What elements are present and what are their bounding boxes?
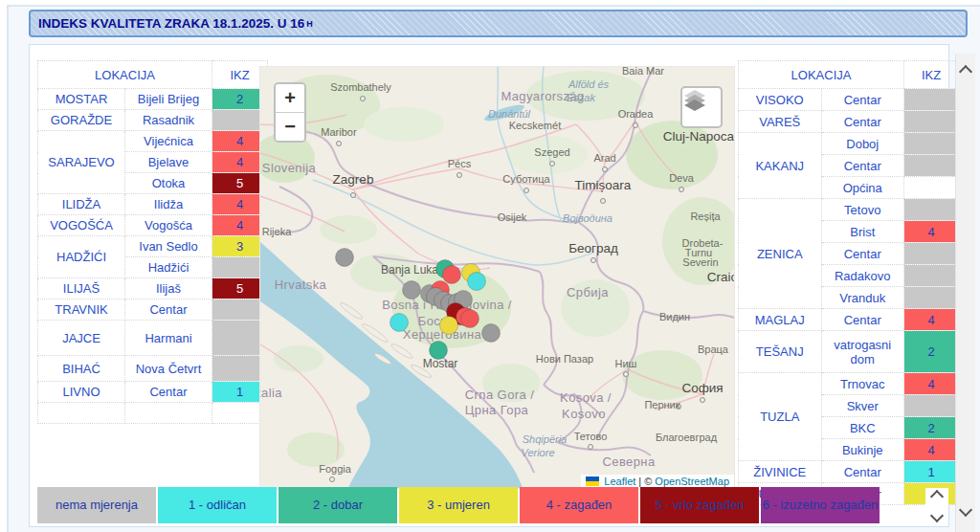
station-cell: Brist [821,221,904,243]
table-row: VOGOŠĆAVogošća4 [38,215,268,236]
inner-scrollbar[interactable] [925,488,948,524]
map-place-label: Szombathely [330,81,391,93]
station-cell: Centar [125,299,212,321]
town-dot [330,477,335,482]
station-cell: Bijeli Brijeg [125,89,212,110]
table-row: HADŽIĆIIvan Sedlo3 [38,236,268,257]
station-cell: Ilijaš [125,278,212,299]
ikz-value-cell: 2 [904,331,959,373]
station-cell: Centar [821,461,904,483]
map-place-label: Благоевград [656,432,718,443]
map-place-label: Београд [568,241,618,255]
legend-item: 3 - umjeren [399,487,518,523]
attribution-separator: | © [638,476,652,487]
station-cell: Centar [821,111,904,133]
map-zoom-control: + − [274,82,306,143]
map-place-label: Северна [602,454,655,469]
location-header: LOKACIJA [38,61,212,89]
title-bar: INDEKS KVALITETA ZRAKA 18.1.2025. U 16 H [29,10,968,37]
scroll-up-icon[interactable] [930,490,944,503]
map-place-label: Severin [682,256,718,268]
layers-control[interactable] [680,86,723,128]
map-place-label: Észak [567,92,595,103]
table-row: ZENICATetovo [739,199,959,221]
station-cell: Radakovo [821,265,904,287]
station-marker[interactable] [440,317,458,335]
station-cell: Općina [821,177,904,199]
city-cell: ZENICA [739,199,822,309]
ikz-value-cell: 4 [904,439,959,461]
map-attribution: Leaflet | © OpenStreetMap [581,475,734,488]
map-place-label: Banja Luka [381,263,438,277]
map-place-label: Hrvatska [275,277,327,292]
zoom-in-button[interactable]: + [276,84,304,112]
station-cell: Centar [821,309,904,331]
map-place-label: Osijek [498,211,527,223]
table-header-row: LOKACIJA IKZ [739,61,959,89]
station-cell [125,403,212,424]
station-cell: vatrogasni dom [821,331,904,373]
table-row: VISOKOCentar [739,89,959,111]
right-aqi-table: LOKACIJA IKZ VISOKOCentarVAREŠCentarKAKA… [738,60,959,505]
town-dot [601,199,606,204]
station-marker[interactable] [403,281,421,299]
table-row: MOSTARBijeli Brijeg2 [38,89,268,110]
station-marker[interactable] [468,273,486,291]
ikz-value-cell: 4 [904,373,959,395]
table-row: TUZLATrnovac4 [739,373,959,395]
page-scroll-up-button[interactable] [956,61,975,82]
station-cell: Centar [821,155,904,177]
page-title: INDEKS KVALITETA ZRAKA 18.1.2025. U 16 [38,16,304,31]
town-dot [591,258,596,263]
map-place-label: Rijeka [262,226,292,237]
map-place-label: София [681,381,723,395]
station-cell: Vranduk [821,287,904,309]
table-row: TRAVNIKCentar [38,299,268,321]
map-place-label: Shqipëria [523,433,567,445]
station-marker[interactable] [443,266,461,284]
table-row: JAJCEHarmani [38,321,268,356]
city-cell: MOSTAR [38,89,125,110]
town-dot [524,188,529,193]
station-cell: Trnovac [821,373,904,395]
scroll-down-icon[interactable] [930,509,944,522]
map-place-label: Arad [593,152,615,164]
map-place-label: Нови Пазар [536,353,593,365]
map-canvas: Baia MarSzombathelyMagyarországAlföld és… [260,67,734,488]
scroll-up-icon [959,65,972,78]
table-row: BIHAĆNova Četvrt [38,356,268,382]
map-place-label: Deva [669,172,695,184]
town-dot [679,188,684,192]
ikz-value-cell [904,287,959,309]
city-cell: JAJCE [38,321,125,356]
map-place-label: Ниш [615,358,637,369]
table-row: VAREŠCentar [739,111,959,133]
station-marker[interactable] [430,342,448,360]
station-cell: Centar [125,382,212,403]
map-place-label: Baia Mar [622,67,664,77]
page-scroll-down-button[interactable] [956,499,975,521]
leaflet-link[interactable]: Leaflet [604,476,635,487]
map-place-label: Kosovo [562,407,606,421]
station-cell: Doboj [821,133,904,155]
city-cell: TUZLA [739,373,822,461]
openstreetmap-link[interactable]: OpenStreetMap [655,476,729,487]
town-dot [337,142,342,146]
map-place-label: Тетово [574,431,608,442]
station-cell: Bjelave [125,152,212,173]
page-scrollbar[interactable] [955,54,975,532]
map[interactable]: Baia MarSzombathelyMagyarországAlföld és… [259,66,735,489]
legend-item: 5 - vrlo zagađen [640,487,759,523]
ikz-value-cell [904,243,959,265]
map-place-label: Zagreb [333,172,374,187]
ikz-value-cell [904,111,959,133]
station-marker[interactable] [482,324,501,343]
station-cell: Centar [821,89,904,111]
station-marker[interactable] [461,310,479,328]
map-place-label: Szeged [534,146,569,158]
station-marker[interactable] [390,314,409,332]
zoom-out-button[interactable]: − [276,112,304,141]
table-row: KAKANJDoboj [739,133,959,155]
location-header: LOKACIJA [739,61,904,89]
station-marker[interactable] [336,249,354,267]
